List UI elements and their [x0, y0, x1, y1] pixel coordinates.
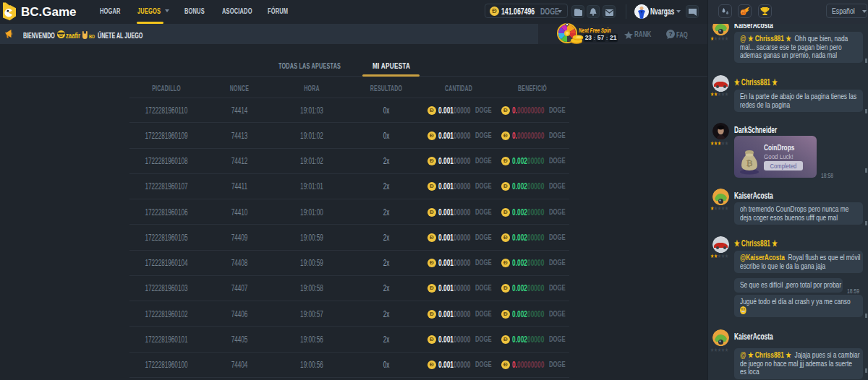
svg-text:B: B: [741, 11, 744, 15]
svg-text:₿: ₿: [746, 159, 753, 168]
svg-text:?: ?: [668, 30, 672, 38]
